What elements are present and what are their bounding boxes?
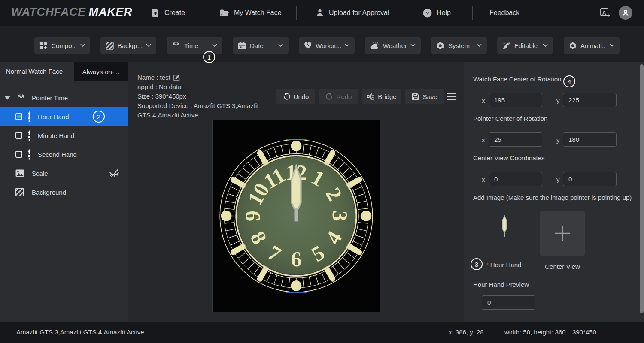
redo-label: Redo bbox=[337, 93, 352, 100]
tree-item-hour-hand[interactable]: Hour Hand 2 bbox=[0, 107, 128, 126]
info-appid: appId : No data bbox=[137, 82, 270, 92]
pcr-y-label: y bbox=[556, 136, 560, 144]
toolbar-components-label: Compo... bbox=[51, 42, 76, 49]
weather-icon bbox=[370, 42, 379, 50]
nav-feedback[interactable]: Feedback bbox=[489, 0, 519, 26]
tab-always-on[interactable]: Always-on-... bbox=[74, 62, 128, 81]
nav-my-watch-face[interactable]: My Watch Face bbox=[220, 0, 282, 26]
chevron-down-icon bbox=[146, 44, 151, 47]
pcr-y-input[interactable] bbox=[563, 132, 617, 147]
toolbar-animation-label: Animati... bbox=[580, 42, 606, 49]
info-size: Size : 390*450px bbox=[137, 92, 270, 101]
add-image-label: Add Image (Make sure the image pointer i… bbox=[473, 194, 632, 201]
background-hatch-icon bbox=[15, 188, 24, 196]
hour-hand-checkbox[interactable] bbox=[15, 113, 22, 120]
wfc-y-input[interactable] bbox=[563, 93, 617, 107]
pcr-title: Pointer Center of Rotation bbox=[473, 115, 547, 122]
tree-item-pointer-time[interactable]: Pointer Time bbox=[0, 88, 128, 107]
status-canvas-size: 390*450 bbox=[572, 328, 596, 336]
tab-normal-watch-face[interactable]: Normal Watch Face bbox=[6, 68, 63, 75]
user-avatar[interactable] bbox=[619, 6, 632, 20]
undo-button[interactable]: Undo bbox=[276, 89, 315, 104]
hour-hand-preview-input[interactable] bbox=[482, 295, 535, 310]
tree-item-minute-hand[interactable]: Minute Hand bbox=[0, 126, 128, 145]
system-nut-icon bbox=[436, 42, 444, 50]
chevron-down-icon bbox=[345, 44, 349, 47]
pcr-x-input[interactable] bbox=[489, 132, 542, 147]
header-separator bbox=[202, 6, 202, 20]
visibility-off-icon[interactable] bbox=[109, 169, 119, 178]
cvc-y-input[interactable] bbox=[563, 172, 617, 186]
toolbar-system-button[interactable]: System bbox=[431, 37, 487, 54]
chevron-down-icon bbox=[212, 44, 217, 47]
nav-upload-for-approval[interactable]: Upload for Approval bbox=[316, 0, 389, 26]
background-icon bbox=[106, 42, 114, 50]
chevron-down-icon bbox=[278, 44, 283, 47]
nav-create-label: Create bbox=[164, 9, 185, 17]
hour-hand-thumbnail[interactable] bbox=[500, 214, 509, 244]
hour-hand-field-text: Hour Hand bbox=[490, 261, 522, 268]
toolbar-editable-label: Editable bbox=[514, 42, 538, 49]
wfc-x-label: x bbox=[482, 97, 485, 104]
second-hand-checkbox[interactable] bbox=[15, 151, 22, 158]
bridge-label: Bridge bbox=[378, 93, 396, 100]
tree-item-background[interactable]: Background bbox=[0, 183, 128, 202]
redo-icon bbox=[326, 93, 333, 100]
undo-label: Undo bbox=[294, 93, 309, 100]
status-bar: Amazfit GTS 3,Amazfit GTS 4,Amazfit Acti… bbox=[0, 322, 644, 343]
info-name-row: Name : test bbox=[137, 73, 270, 82]
minute-hand-checkbox[interactable] bbox=[15, 132, 22, 139]
more-menu-icon[interactable] bbox=[447, 92, 457, 101]
watchface-preview-canvas[interactable]: 123456789101112 bbox=[213, 120, 380, 312]
toolbar-editable-button[interactable]: Editable bbox=[497, 37, 553, 54]
chevron-down-icon bbox=[477, 44, 482, 47]
step-badge-2-number: 2 bbox=[97, 113, 100, 120]
hand-icon bbox=[27, 111, 32, 123]
watchface-clock: 123456789101112 bbox=[213, 120, 380, 312]
help-icon: ? bbox=[423, 9, 432, 18]
toolbar-components-button[interactable]: Compo... bbox=[34, 37, 90, 54]
person-icon bbox=[316, 9, 324, 17]
toolbar-weather-button[interactable]: Weather bbox=[365, 37, 421, 54]
toolbar-time-button[interactable]: Time bbox=[167, 37, 222, 54]
bridge-button[interactable]: Bridge bbox=[362, 89, 401, 104]
logo-maker: MAKER bbox=[89, 6, 133, 18]
tree-item-scale[interactable]: Scale bbox=[0, 164, 128, 183]
svg-text:3: 3 bbox=[328, 211, 352, 221]
editable-pen-icon bbox=[502, 42, 510, 50]
svg-text:6: 6 bbox=[291, 247, 302, 271]
caret-down-icon[interactable] bbox=[4, 96, 10, 100]
tree-item-hour-hand-label: Hour Hand bbox=[38, 113, 69, 120]
nav-help[interactable]: ? Help bbox=[423, 0, 451, 26]
tree-item-second-hand-label: Second Hand bbox=[38, 151, 77, 158]
wfc-x-input[interactable] bbox=[489, 93, 542, 107]
toolbar-animation-button[interactable]: Animati... bbox=[564, 37, 620, 54]
wfc-title: Watch Face Center of Rotation bbox=[473, 75, 561, 83]
center-view-label: Center View bbox=[540, 263, 585, 270]
save-label: Save bbox=[422, 93, 437, 100]
edit-name-icon[interactable] bbox=[173, 74, 180, 81]
tree-item-second-hand[interactable]: Second Hand bbox=[0, 145, 128, 164]
undo-icon bbox=[283, 93, 290, 100]
step-badge-3-number: 3 bbox=[475, 261, 478, 268]
redo-button[interactable]: Redo bbox=[319, 89, 358, 104]
tree-item-minute-hand-label: Minute Hand bbox=[38, 132, 74, 139]
add-image-button[interactable] bbox=[540, 211, 585, 256]
cvc-x-input[interactable] bbox=[489, 172, 542, 186]
toolbar-workout-button[interactable]: Workou... bbox=[299, 37, 355, 54]
svg-text:9: 9 bbox=[241, 211, 264, 221]
time-hands-icon bbox=[172, 41, 180, 50]
animation-nut-icon bbox=[569, 42, 577, 50]
panel-scrollbar[interactable] bbox=[640, 64, 644, 313]
watchface-info: Name : test appId : No data Size : 390*4… bbox=[137, 73, 270, 120]
toolbar-system-label: System bbox=[448, 42, 470, 49]
toolbar-background-button[interactable]: Backgr... bbox=[100, 37, 156, 54]
toolbar-date-button[interactable]: Date bbox=[233, 37, 289, 54]
save-button[interactable]: Save bbox=[405, 89, 444, 104]
tab-always-on-label: Always-on-... bbox=[82, 68, 120, 75]
nav-feedback-label: Feedback bbox=[489, 9, 519, 17]
nav-create[interactable]: Create bbox=[151, 0, 185, 26]
language-font-icon[interactable]: A bbox=[599, 7, 611, 18]
nav-upload-label: Upload for Approval bbox=[329, 9, 389, 17]
nav-my-watch-face-label: My Watch Face bbox=[234, 9, 282, 17]
